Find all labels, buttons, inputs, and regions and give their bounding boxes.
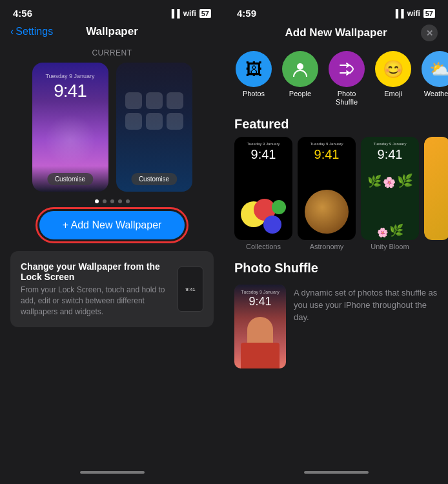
close-button[interactable]: ✕ bbox=[421, 25, 438, 41]
wifi-icon-right: wifi bbox=[407, 9, 420, 18]
extra-bg bbox=[424, 137, 448, 240]
collections-bg: Tuesday 9 January 9:41 bbox=[234, 137, 292, 240]
app-icon bbox=[146, 113, 163, 130]
unity-bg: 🌿 🌸 🌿 🌸 🌿 Tuesday 9 January 9:41 bbox=[361, 137, 419, 240]
coll-date: Tuesday 9 January bbox=[234, 142, 292, 146]
left-panel: 4:56 ▐▐ wifi 57 ‹ Settings Wallpaper CUR… bbox=[0, 0, 224, 484]
dot-4 bbox=[118, 199, 122, 203]
people-icon bbox=[282, 51, 318, 87]
app-grid bbox=[119, 92, 190, 130]
photos-icon: 🖼 bbox=[236, 51, 272, 87]
shuffle-desc-area: A dynamic set of photos that shuffle as … bbox=[294, 285, 438, 324]
dot-2 bbox=[103, 199, 107, 203]
type-shuffle-label: Photo Shuffle bbox=[336, 90, 358, 106]
astro-time: 9:41 bbox=[298, 147, 356, 162]
modal-title: Add New Wallpaper bbox=[285, 26, 387, 39]
status-icons-left: ▐▐ wifi 57 bbox=[169, 9, 211, 18]
featured-unity-bloom[interactable]: 🌿 🌸 🌿 🌸 🌿 Tuesday 9 January 9:41 Unity B… bbox=[361, 137, 419, 250]
unity-time: 9:41 bbox=[361, 147, 419, 162]
current-label: CURRENT bbox=[92, 48, 132, 57]
wifi-icon-left: wifi bbox=[183, 9, 196, 18]
app-icon bbox=[125, 113, 142, 130]
dot-3 bbox=[110, 199, 114, 203]
type-emoji[interactable]: 😊 Emoji bbox=[374, 51, 412, 106]
person-head bbox=[247, 317, 273, 343]
home-indicator-left bbox=[80, 471, 145, 474]
weather-icon: ⛅ bbox=[422, 51, 448, 87]
shuffle-preview[interactable]: Tuesday 9 January 9:41 bbox=[234, 285, 286, 368]
signal-icon-right: ▐▐ bbox=[393, 9, 404, 18]
dot-1 bbox=[95, 199, 99, 203]
add-wallpaper-button[interactable]: + Add New Wallpaper bbox=[39, 211, 185, 239]
featured-card-astronomy[interactable]: Tuesday 9 January 9:41 bbox=[298, 137, 356, 240]
right-panel: 4:59 ▐▐ wifi 57 Add New Wallpaper ✕ 🖼 Ph… bbox=[224, 0, 448, 484]
shuffle-date-small: Tuesday 9 January bbox=[234, 290, 286, 294]
featured-collections[interactable]: Tuesday 9 January 9:41 Collections bbox=[234, 137, 292, 250]
featured-card-collections[interactable]: Tuesday 9 January 9:41 bbox=[234, 137, 292, 240]
info-text: Change your Wallpaper from the Lock Scre… bbox=[21, 261, 170, 317]
emoji-icon: 😊 bbox=[375, 51, 411, 87]
featured-unity-label: Unity Bloom bbox=[371, 243, 409, 250]
chevron-left-icon: ‹ bbox=[10, 26, 14, 37]
info-phone-preview: 9:41 bbox=[178, 267, 203, 312]
coll-time: 9:41 bbox=[234, 147, 292, 162]
featured-label: Featured bbox=[224, 113, 448, 137]
type-weather-label: Weathe… bbox=[424, 90, 448, 98]
back-label[interactable]: Settings bbox=[15, 26, 53, 37]
type-people-label: People bbox=[289, 90, 311, 98]
status-icons-right: ▐▐ wifi 57 bbox=[393, 9, 435, 18]
nav-bar-left: ‹ Settings Wallpaper bbox=[0, 21, 224, 42]
info-phone-time: 9:41 bbox=[185, 287, 196, 292]
featured-extra[interactable] bbox=[424, 137, 448, 250]
home-screen-preview[interactable]: Customise bbox=[116, 63, 192, 192]
dot-5 bbox=[126, 199, 130, 203]
app-icon bbox=[146, 92, 163, 109]
type-shuffle[interactable]: Photo Shuffle bbox=[327, 51, 366, 106]
wallpaper-previews: Tuesday 9 January 9:41 Customise Customi… bbox=[32, 63, 192, 192]
info-card: Change your Wallpaper from the Lock Scre… bbox=[10, 251, 214, 327]
app-icon bbox=[167, 113, 183, 130]
customise-lock-btn[interactable]: Customise bbox=[47, 173, 93, 185]
blue-circle bbox=[263, 216, 281, 234]
battery-left: 57 bbox=[199, 9, 211, 18]
shuffle-description: A dynamic set of photos that shuffle as … bbox=[294, 287, 438, 324]
info-title: Change your Wallpaper from the Lock Scre… bbox=[21, 261, 170, 282]
signal-icon-left: ▐▐ bbox=[169, 9, 180, 18]
lock-time: 9:41 bbox=[54, 81, 87, 101]
planet bbox=[305, 190, 349, 234]
app-icon bbox=[125, 92, 142, 109]
page-title: Wallpaper bbox=[86, 25, 138, 38]
back-button[interactable]: ‹ Settings bbox=[10, 26, 53, 37]
panel-bottom-right bbox=[224, 471, 448, 484]
featured-scroll: Tuesday 9 January 9:41 Collections Tuesd… bbox=[224, 137, 448, 250]
featured-astronomy[interactable]: Tuesday 9 January 9:41 Astronomy bbox=[298, 137, 356, 250]
type-photos[interactable]: 🖼 Photos bbox=[234, 51, 273, 106]
photo-shuffle-section: Tuesday 9 January 9:41 A dynamic set of … bbox=[224, 281, 448, 372]
wallpaper-types: 🖼 Photos People Photo Shuffle bbox=[224, 45, 448, 113]
astronomy-bg: Tuesday 9 January 9:41 bbox=[298, 137, 356, 240]
featured-card-extra[interactable] bbox=[424, 137, 448, 240]
lock-screen-preview[interactable]: Tuesday 9 January 9:41 Customise bbox=[32, 63, 108, 192]
type-weather[interactable]: ⛅ Weathe… bbox=[420, 51, 448, 106]
panel-bottom-left bbox=[80, 471, 145, 484]
status-time-right: 4:59 bbox=[237, 8, 256, 19]
person-area bbox=[234, 317, 286, 368]
type-people[interactable]: People bbox=[281, 51, 320, 106]
shuffle-time-big: 9:41 bbox=[234, 295, 286, 308]
featured-collections-label: Collections bbox=[246, 243, 281, 250]
app-icon bbox=[167, 92, 183, 109]
lock-glare bbox=[45, 114, 96, 166]
featured-card-unity[interactable]: 🌿 🌸 🌿 🌸 🌿 Tuesday 9 January 9:41 bbox=[361, 137, 419, 240]
green-circle bbox=[272, 200, 286, 214]
unity-date: Tuesday 9 January bbox=[361, 142, 419, 146]
home-screen-bg bbox=[116, 63, 192, 192]
type-photos-label: Photos bbox=[243, 90, 265, 98]
status-bar-right: 4:59 ▐▐ wifi 57 bbox=[224, 0, 448, 21]
lock-date: Tuesday 9 January bbox=[45, 73, 94, 79]
home-indicator-right bbox=[304, 471, 369, 474]
customise-home-btn[interactable]: Customise bbox=[131, 173, 177, 185]
photo-shuffle-label: Photo Shuffle bbox=[224, 257, 448, 281]
person-body bbox=[241, 343, 280, 368]
status-time-left: 4:56 bbox=[13, 8, 32, 19]
featured-astronomy-label: Astronomy bbox=[310, 243, 344, 250]
